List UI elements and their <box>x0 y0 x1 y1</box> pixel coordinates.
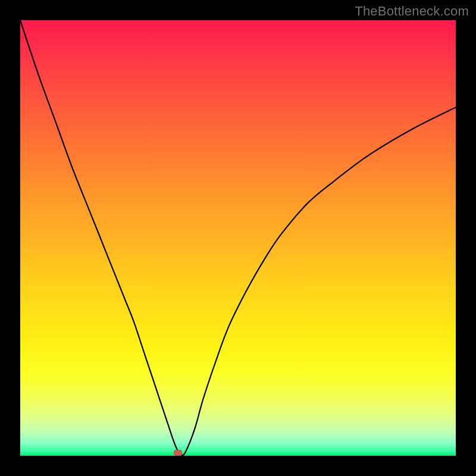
watermark-text: TheBottleneck.com <box>355 4 469 19</box>
bottleneck-curve <box>20 20 456 456</box>
plot-area <box>20 20 456 456</box>
chart-frame: TheBottleneck.com <box>0 0 476 476</box>
minimum-marker <box>174 450 182 456</box>
